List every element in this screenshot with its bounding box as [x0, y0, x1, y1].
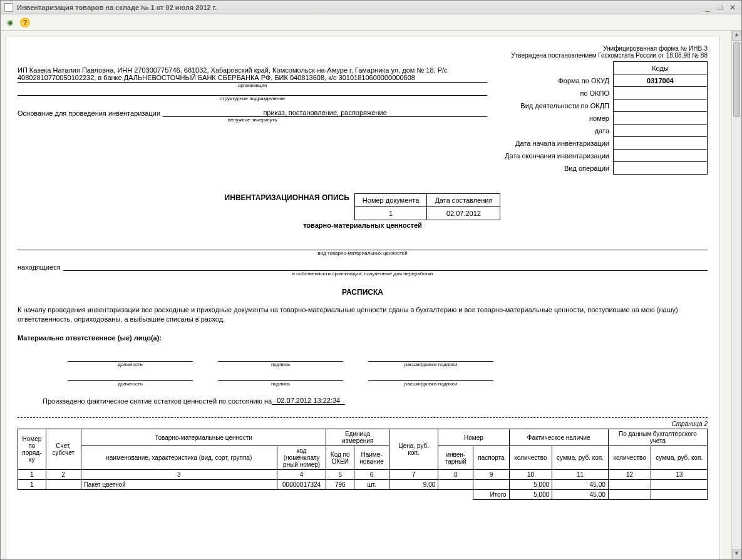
document-sheet: ИП Казека Наталия Павловна, ИНН 27030077…	[6, 36, 719, 559]
column-numbers-row: 1 2 3 4 5 6 7 8 9 10 11 12 13	[18, 470, 708, 480]
taken-value: 02.07.2012 13:22:34	[272, 397, 345, 405]
document-title: ИНВЕНТАРИЗАЦИОННАЯ ОПИСЬ	[225, 193, 349, 202]
okud-value: 0317004	[614, 74, 708, 87]
vertical-scrollbar[interactable]: ▲ ▼	[731, 31, 741, 559]
total-row: Итого 5,000 45,00	[18, 490, 708, 500]
scroll-thumb[interactable]	[733, 42, 740, 117]
screenshot-button[interactable]: ◉	[4, 17, 16, 28]
subdivision-caption: структурное подразделение	[18, 96, 487, 101]
document-date: 02.07.2012	[427, 207, 500, 220]
total-label: Итого	[473, 490, 509, 500]
page-area: ИП Казека Наталия Павловна, ИНН 27030077…	[1, 31, 731, 559]
form-meta-2: Утверждена постановлением Госкомстата Ро…	[500, 52, 708, 59]
okdp-value	[614, 99, 708, 112]
minimize-button[interactable]: _	[703, 3, 713, 12]
page-number: Страница 2	[18, 420, 708, 427]
ownership-caption: в собственности организации, полученные …	[18, 271, 708, 277]
raspiska-text: К началу проведения инвентаризации все р…	[18, 305, 708, 325]
window-title: Инвентаризация товаров на складе № 1 от …	[17, 4, 703, 11]
camera-icon: ◉	[7, 18, 13, 27]
close-button[interactable]: ✕	[728, 3, 738, 12]
responsible-label: Материально ответственное (ые) лицо(а):	[18, 333, 708, 343]
end-date	[614, 150, 708, 162]
code-date	[614, 125, 708, 137]
table-row: 1 Пакет цветной 00000017324 796 шт. 9,00…	[18, 480, 708, 490]
code-number	[614, 112, 708, 125]
scroll-down-button[interactable]: ▼	[732, 549, 741, 559]
titlebar: Инвентаризация товаров на складе № 1 от …	[1, 1, 741, 14]
signature-line-2	[218, 372, 343, 381]
docnum-table: Номер документаДата составления 102.07.2…	[354, 193, 501, 220]
codes-header: Коды	[614, 62, 708, 74]
document-icon	[4, 3, 13, 12]
form-meta-1: Унифицированная форма № ИНВ-3	[500, 45, 708, 52]
maximize-button[interactable]: □	[715, 3, 725, 12]
operation-type	[614, 162, 708, 175]
codes-table: Коды Форма по ОКУД0317004 по ОКПО Вид де…	[500, 61, 708, 175]
okpo-value	[614, 87, 708, 99]
organization-caption: организация	[18, 83, 487, 88]
main-table: Номер по поряд-ку Счет, субсчет Товарно-…	[18, 429, 708, 500]
start-date	[614, 137, 708, 150]
total-fqty: 5,000	[509, 490, 552, 500]
raspiska-title: РАСПИСКА	[18, 288, 708, 297]
organization-text: ИП Казека Наталия Павловна, ИНН 27030077…	[18, 66, 487, 83]
help-icon: ?	[20, 18, 30, 28]
tmc-type-caption: вид товарно-материальных ценностей	[18, 250, 708, 256]
reason-value: приказ, постановление, распоряжение	[163, 109, 487, 117]
document-number: 1	[354, 207, 427, 220]
decode-line-1	[368, 353, 493, 362]
taken-label: Произведено фактическое снятие остатков …	[43, 397, 272, 405]
signature-line-1	[218, 353, 343, 362]
toolbar: ◉ ?	[1, 14, 741, 31]
help-button[interactable]: ?	[19, 17, 31, 28]
position-line-1	[68, 353, 193, 362]
located-label: находящиеся	[18, 263, 61, 271]
position-line-2	[68, 372, 193, 381]
scroll-up-button[interactable]: ▲	[732, 31, 741, 41]
decode-line-2	[368, 372, 493, 381]
total-fsum: 45,00	[552, 490, 608, 500]
tmc-type-line	[18, 242, 708, 250]
reason-label: Основание для проведения инвентаризации	[18, 109, 160, 117]
document-subtitle: товарно-материальных ценностей	[18, 221, 708, 229]
app-window: Инвентаризация товаров на складе № 1 от …	[0, 0, 742, 560]
page-divider	[18, 417, 708, 418]
reason-caption: ненужное зачеркнуть	[18, 117, 487, 123]
